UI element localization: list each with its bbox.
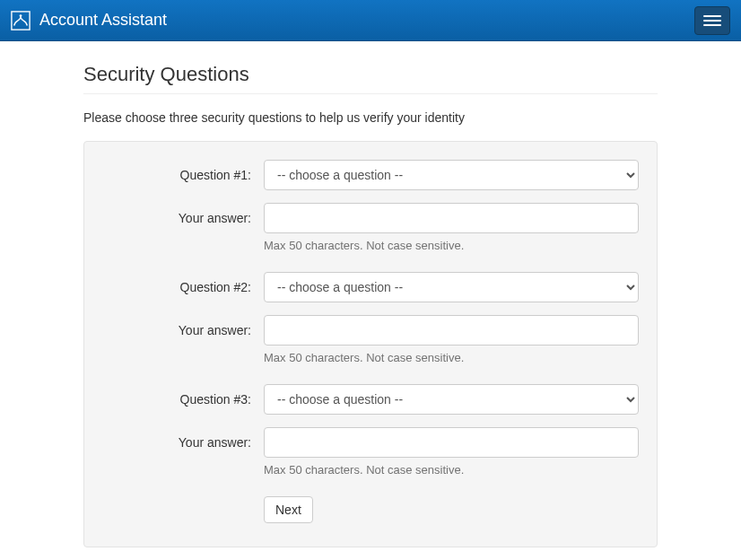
main-container: Security Questions Please choose three s…: [83, 41, 658, 560]
question-1-label: Question #1:: [102, 168, 264, 182]
question-2-label: Question #2:: [102, 280, 264, 294]
page-subtitle: Please choose three security questions t…: [83, 110, 658, 125]
answer-2-row: Your answer:: [102, 315, 639, 346]
hamburger-icon: [703, 15, 721, 17]
answer-2-input[interactable]: [264, 315, 639, 346]
answer-1-input[interactable]: [264, 203, 639, 233]
answer-3-label: Your answer:: [102, 435, 264, 450]
svg-rect-0: [12, 11, 30, 29]
brand-logo-icon: [11, 11, 31, 31]
answer-2-label: Your answer:: [102, 323, 264, 337]
question-3-label: Question #3:: [102, 392, 264, 407]
answer-3-input[interactable]: [264, 427, 639, 458]
next-button[interactable]: Next: [264, 496, 313, 523]
question-1-row: Question #1: -- choose a question --: [102, 160, 639, 190]
question-2-select[interactable]: -- choose a question --: [264, 272, 639, 302]
answer-1-help: Max 50 characters. Not case sensitive.: [264, 235, 464, 252]
question-3-row: Question #3: -- choose a question --: [102, 384, 639, 415]
brand: Account Assistant: [11, 11, 167, 31]
answer-2-help: Max 50 characters. Not case sensitive.: [264, 347, 464, 364]
button-row: Next: [102, 496, 639, 523]
answer-1-help-row: Max 50 characters. Not case sensitive.: [102, 235, 639, 252]
navbar: Account Assistant: [0, 0, 741, 41]
answer-3-help: Max 50 characters. Not case sensitive.: [264, 459, 464, 477]
answer-3-row: Your answer:: [102, 427, 639, 458]
svg-point-1: [20, 14, 22, 17]
answer-1-row: Your answer:: [102, 203, 639, 233]
question-3-select[interactable]: -- choose a question --: [264, 384, 639, 415]
menu-button[interactable]: [694, 6, 730, 35]
page-title: Security Questions: [83, 63, 658, 94]
question-2-row: Question #2: -- choose a question --: [102, 272, 639, 302]
question-1-select[interactable]: -- choose a question --: [264, 160, 639, 190]
answer-2-help-row: Max 50 characters. Not case sensitive.: [102, 347, 639, 364]
form-panel: Question #1: -- choose a question -- You…: [83, 141, 658, 547]
answer-3-help-row: Max 50 characters. Not case sensitive.: [102, 459, 639, 477]
app-title: Account Assistant: [39, 11, 167, 30]
answer-1-label: Your answer:: [102, 211, 264, 225]
